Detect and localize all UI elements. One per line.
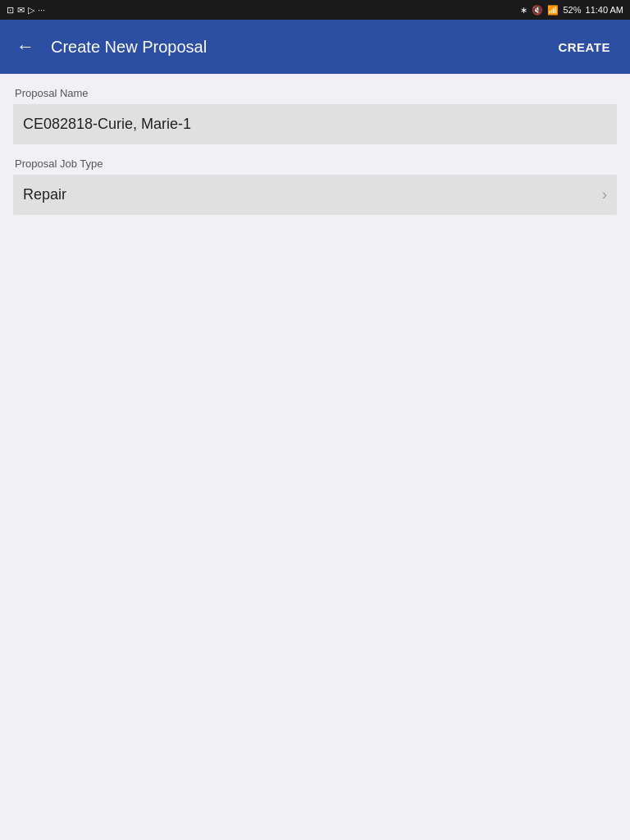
status-bar-right: ∗ 🔇 📶 52% 11:40 AM <box>520 5 623 16</box>
proposal-job-type-selector[interactable]: Repair › <box>13 175 617 215</box>
back-button[interactable]: ← <box>13 33 38 61</box>
page-title: Create New Proposal <box>51 38 207 57</box>
play-icon: ▷ <box>28 5 34 16</box>
create-button[interactable]: CREATE <box>551 37 617 57</box>
app-bar-left: ← Create New Proposal <box>13 33 207 61</box>
battery-percent: 52% <box>563 5 581 15</box>
proposal-job-type-value: Repair <box>23 186 66 203</box>
back-arrow-icon: ← <box>16 36 34 57</box>
wifi-icon: 📶 <box>547 5 559 16</box>
proposal-job-type-label: Proposal Job Type <box>13 158 617 170</box>
status-bar-left: ⊡ ✉ ▷ ··· <box>7 5 45 16</box>
photo-icon: ⊡ <box>7 5 14 16</box>
content-area: Proposal Name Proposal Job Type Repair › <box>0 74 630 228</box>
mute-icon: 🔇 <box>532 5 543 16</box>
bluetooth-icon: ∗ <box>520 5 527 16</box>
proposal-name-input[interactable] <box>13 104 617 144</box>
form-section: Proposal Name Proposal Job Type Repair › <box>0 87 630 215</box>
mail-icon: ✉ <box>17 5 25 16</box>
status-time: 11:40 AM <box>586 5 623 15</box>
status-bar: ⊡ ✉ ▷ ··· ∗ 🔇 📶 52% 11:40 AM <box>0 0 630 20</box>
chevron-right-icon: › <box>602 186 607 203</box>
app-bar: ← Create New Proposal CREATE <box>0 20 630 74</box>
proposal-name-label: Proposal Name <box>13 87 617 99</box>
more-icon: ··· <box>38 5 45 15</box>
